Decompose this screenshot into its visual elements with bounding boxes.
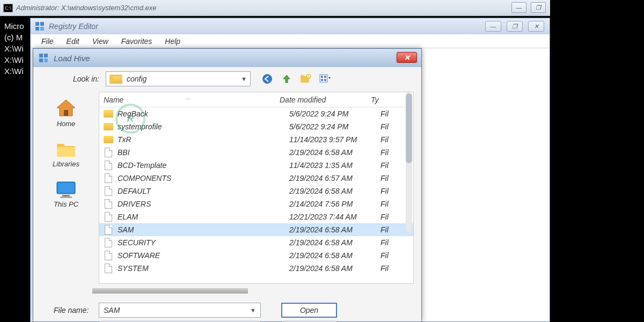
file-date: 11/14/2023 9:57 PM (289, 135, 380, 144)
svg-rect-13 (321, 76, 323, 78)
libraries-icon (55, 141, 77, 158)
svg-rect-22 (58, 183, 74, 193)
file-date: 5/6/2022 9:24 PM (289, 109, 380, 118)
svg-rect-1 (40, 22, 44, 26)
cmd-minimize-button[interactable]: — (511, 2, 526, 13)
file-row[interactable]: BBI2/19/2024 6:58 AMFil (99, 146, 413, 159)
file-row[interactable]: SOFTWARE2/19/2024 6:58 AMFil (99, 249, 413, 262)
file-type: Fil (380, 187, 402, 195)
file-type: Fil (380, 135, 402, 144)
menu-file[interactable]: File (35, 35, 60, 47)
file-list[interactable]: RegBack5/6/2022 9:24 PMFilsystemprofile5… (99, 107, 413, 283)
file-name: SECURITY (118, 238, 289, 247)
lookin-value: config (127, 75, 147, 83)
regedit-icon (35, 21, 45, 31)
file-row[interactable]: SYSTEM2/19/2024 6:58 AMFil (99, 262, 413, 275)
regedit-maximize-button[interactable]: ❐ (507, 21, 523, 32)
sidebar-item-thispc[interactable]: This PC (54, 181, 78, 208)
open-button[interactable]: Open (281, 303, 337, 318)
file-name: RegBack (118, 109, 289, 118)
nav-back-icon[interactable] (261, 73, 273, 85)
sidebar-item-libraries[interactable]: Libraries (53, 141, 79, 168)
file-date: 11/4/2023 1:35 AM (289, 161, 380, 170)
file-icon (105, 225, 112, 235)
file-row[interactable]: DRIVERS2/14/2024 7:56 PMFil (99, 197, 413, 210)
regedit-minimize-button[interactable]: — (485, 21, 501, 32)
menu-edit[interactable]: Edit (60, 35, 86, 47)
folder-icon (104, 136, 113, 143)
horizontal-scrollbar[interactable] (92, 288, 248, 294)
file-row[interactable]: TxR11/14/2023 9:57 PMFil (99, 133, 413, 146)
file-name: systemprofile (118, 122, 289, 131)
dialog-close-button[interactable]: ✕ (397, 52, 417, 63)
column-name[interactable]: Name (104, 96, 280, 104)
file-type: Fil (380, 213, 402, 221)
column-date[interactable]: Date modified (280, 96, 371, 104)
file-type: Fil (380, 148, 402, 157)
file-row[interactable]: SECURITY2/19/2024 6:58 AMFil (99, 236, 413, 249)
dialog-icon (39, 53, 48, 63)
file-icon (105, 160, 112, 170)
file-type: Fil (380, 109, 402, 118)
column-type[interactable]: Ty (371, 96, 392, 104)
nav-viewmenu-icon[interactable] (319, 73, 331, 85)
file-icon (105, 238, 112, 247)
load-hive-dialog: Load Hive ✕ Look in: config ▼ Home Libra… (33, 48, 422, 322)
menu-view[interactable]: View (86, 35, 115, 47)
file-row[interactable]: SAM2/19/2024 6:58 AMFil (99, 223, 413, 236)
lookin-dropdown[interactable]: config ▼ (106, 71, 251, 86)
folder-icon (109, 75, 122, 84)
svg-rect-19 (57, 144, 64, 147)
scrollbar-thumb[interactable] (406, 93, 412, 163)
menu-favorites[interactable]: Favorites (115, 35, 159, 47)
file-icon (105, 212, 112, 222)
file-row[interactable]: BCD-Template11/4/2023 1:35 AMFil (99, 159, 413, 172)
svg-point-8 (262, 74, 272, 84)
file-icon (105, 251, 112, 260)
regedit-title-text: Registry Editor (49, 22, 98, 31)
file-list-panel: Name Date modified Ty ︿ RegBack5/6/2022 … (99, 92, 414, 284)
svg-rect-2 (35, 27, 39, 31)
svg-rect-7 (44, 58, 48, 62)
menu-help[interactable]: Help (158, 35, 187, 47)
file-icon (105, 264, 112, 273)
file-row[interactable]: RegBack5/6/2022 9:24 PMFil (99, 107, 413, 120)
file-date: 2/19/2024 6:58 AM (289, 148, 380, 157)
dialog-toolbar: Look in: config ▼ (33, 67, 421, 91)
nav-newfolder-icon[interactable] (300, 73, 312, 85)
file-date: 2/19/2024 6:58 AM (289, 225, 380, 234)
sidebar-label: Libraries (53, 160, 79, 168)
filename-input[interactable]: SAM ▼ (99, 303, 261, 318)
file-date: 2/14/2024 7:56 PM (289, 200, 380, 208)
file-icon (105, 148, 112, 157)
sidebar-item-home[interactable]: Home (55, 98, 77, 128)
file-date: 2/19/2024 6:58 AM (289, 251, 380, 260)
file-row[interactable]: systemprofile5/6/2022 9:24 PMFil (99, 120, 413, 133)
file-type: Fil (380, 225, 402, 234)
regedit-close-button[interactable]: ✕ (528, 21, 544, 32)
file-type: Fil (380, 238, 402, 247)
file-name: TxR (118, 135, 289, 144)
file-row[interactable]: ELAM12/21/2023 7:44 AMFil (99, 210, 413, 223)
cmd-title-text: Administrator: X:\windows\system32\cmd.e… (16, 4, 157, 12)
file-row[interactable]: DEFAULT2/19/2024 6:58 AMFil (99, 185, 413, 197)
nav-up-icon[interactable] (281, 73, 292, 85)
svg-rect-5 (44, 54, 48, 57)
file-row[interactable]: COMPONENTS2/19/2024 6:57 AMFil (99, 172, 413, 185)
folder-icon (104, 110, 113, 118)
file-name: DRIVERS (118, 200, 289, 208)
file-type: Fil (380, 251, 402, 260)
regedit-menubar: File Edit View Favorites Help (31, 34, 550, 48)
dialog-titlebar[interactable]: Load Hive ✕ (33, 49, 421, 67)
svg-rect-15 (321, 79, 323, 81)
file-icon (105, 199, 112, 209)
regedit-titlebar[interactable]: Registry Editor — ❐ ✕ (31, 18, 550, 34)
file-type: Fil (380, 264, 402, 273)
file-name: ELAM (118, 213, 289, 221)
file-type: Fil (380, 174, 402, 182)
cmd-titlebar[interactable]: C:\ Administrator: X:\windows\system32\c… (0, 0, 550, 16)
cmd-maximize-button[interactable]: ❐ (531, 2, 546, 13)
column-headers[interactable]: Name Date modified Ty ︿ (99, 92, 413, 107)
sort-indicator-icon: ︿ (185, 94, 191, 102)
thispc-icon (55, 181, 77, 198)
